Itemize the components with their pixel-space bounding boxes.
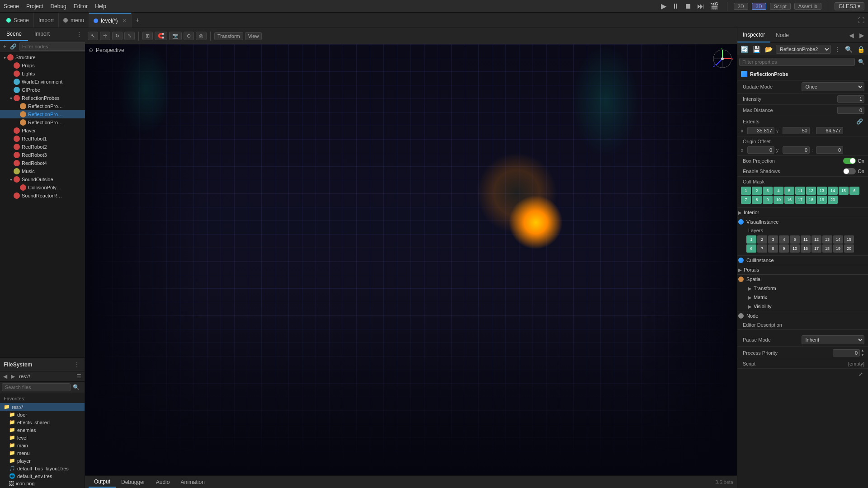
- local-button[interactable]: ⊙: [184, 32, 194, 40]
- fs-item[interactable]: 📁enemies: [0, 426, 85, 434]
- assetlib-button[interactable]: AssetLib: [794, 3, 821, 10]
- cull-cell[interactable]: 10: [774, 196, 783, 204]
- section-cull-instance[interactable]: CullInstance: [737, 256, 868, 265]
- fs-search-button[interactable]: 🔍: [71, 384, 81, 391]
- update-mode-select[interactable]: Once: [802, 82, 865, 91]
- layer-cell[interactable]: 6: [746, 244, 756, 253]
- tab-close-level[interactable]: ✕: [122, 18, 127, 24]
- movie-button[interactable]: 🎬: [708, 1, 721, 11]
- tree-action-icon[interactable]: 🔒: [77, 160, 83, 166]
- cull-cell[interactable]: 17: [795, 196, 805, 204]
- layer-cell[interactable]: 19: [833, 244, 843, 253]
- soft-button[interactable]: ◎: [196, 32, 207, 40]
- cull-cell[interactable]: 14: [828, 187, 838, 195]
- tree-action-icon[interactable]: 👁: [64, 71, 69, 77]
- max-distance-input[interactable]: [837, 107, 864, 114]
- view-button[interactable]: View: [245, 32, 262, 40]
- tree-action-icon[interactable]: 👁: [64, 185, 69, 191]
- tab-level[interactable]: level(*) ✕: [89, 13, 132, 28]
- tab-debugger[interactable]: Debugger: [116, 477, 151, 487]
- layer-cell[interactable]: 4: [779, 235, 789, 244]
- tree-item[interactable]: ReflectionProbe1👁📷🔒: [0, 102, 85, 110]
- fs-item[interactable]: 📁door: [0, 411, 85, 418]
- viewport-gizmo[interactable]: X Y Z: [712, 48, 733, 70]
- tree-action-icon[interactable]: 📷: [70, 112, 76, 117]
- search-files-input[interactable]: [2, 383, 71, 391]
- layer-cell[interactable]: 11: [801, 235, 811, 244]
- layer-cell[interactable]: 8: [768, 244, 778, 253]
- cull-cell[interactable]: 8: [752, 196, 762, 204]
- tree-action-icon[interactable]: 👁: [64, 144, 69, 150]
- box-projection-toggle[interactable]: On: [843, 158, 864, 164]
- pause-button[interactable]: ⏸: [670, 1, 681, 11]
- tab-add-button[interactable]: +: [132, 16, 143, 24]
- enable-shadows-toggle[interactable]: On: [843, 168, 864, 174]
- layer-cell[interactable]: 10: [790, 244, 800, 253]
- origin-y-input[interactable]: [783, 146, 810, 154]
- link-node-button[interactable]: 🔗: [9, 43, 18, 50]
- tree-action-icon[interactable]: 📷: [70, 95, 76, 101]
- fs-item[interactable]: 📁level: [0, 434, 85, 441]
- scale-mode-button[interactable]: ⤡: [124, 32, 135, 40]
- tree-action-icon[interactable]: 🔒: [77, 169, 83, 174]
- tree-item[interactable]: SoundReactorRoom👁📷🔒: [0, 192, 85, 200]
- cull-cell[interactable]: 5: [784, 187, 794, 195]
- snap-button[interactable]: 🧲: [155, 32, 167, 40]
- layer-cell[interactable]: 1: [746, 235, 756, 244]
- tree-action-icon[interactable]: 🔒: [77, 79, 83, 85]
- menu-help[interactable]: Help: [95, 3, 106, 9]
- move-mode-button[interactable]: ✛: [100, 32, 110, 40]
- layer-cell[interactable]: 3: [768, 235, 778, 244]
- process-priority-down[interactable]: ▼: [861, 353, 864, 357]
- box-projection-switch[interactable]: [843, 158, 856, 164]
- extents-x-input[interactable]: [747, 127, 774, 134]
- section-transform[interactable]: ▶ Transform: [737, 284, 868, 293]
- tree-action-icon[interactable]: 👁: [64, 103, 69, 109]
- tree-action-icon[interactable]: 📷: [70, 152, 76, 158]
- cull-cell[interactable]: 16: [784, 196, 794, 204]
- tab-import-panel[interactable]: Import: [28, 28, 56, 41]
- tree-action-icon[interactable]: 🔒: [77, 112, 83, 117]
- tree-action-icon[interactable]: 🔒: [77, 185, 83, 191]
- tab-menu[interactable]: menu: [59, 13, 89, 28]
- tree-action-icon[interactable]: 📷: [70, 136, 76, 142]
- cull-cell[interactable]: 12: [806, 187, 816, 195]
- menu-project[interactable]: Project: [26, 3, 43, 9]
- tab-scene-panel[interactable]: Scene: [0, 28, 28, 41]
- tree-item[interactable]: ▾ReflectionProbes👁📷🔒: [0, 94, 85, 102]
- section-interior[interactable]: ▶ Interior: [737, 208, 868, 217]
- menu-editor[interactable]: Editor: [74, 3, 88, 9]
- tree-action-icon[interactable]: 🔒: [77, 152, 83, 158]
- filter-search-button[interactable]: 🔍: [857, 58, 866, 66]
- tree-action-icon[interactable]: 📷: [70, 55, 76, 61]
- tree-item[interactable]: ▾Structure👁📷🔒: [0, 53, 85, 61]
- layer-cell[interactable]: 13: [822, 235, 832, 244]
- mode-3d-button[interactable]: 3D: [752, 3, 766, 10]
- origin-z-input[interactable]: [816, 146, 843, 154]
- fs-item[interactable]: 📁player: [0, 457, 85, 465]
- cull-cell[interactable]: 18: [806, 196, 816, 204]
- tree-action-icon[interactable]: 📷: [70, 185, 76, 191]
- cull-cell[interactable]: 19: [817, 196, 827, 204]
- tree-action-icon[interactable]: 👁: [64, 87, 69, 93]
- tree-action-icon[interactable]: 🔒: [77, 144, 83, 150]
- tree-action-icon[interactable]: 📷: [70, 160, 76, 166]
- section-visual-instance[interactable]: VisualInstance: [737, 217, 868, 226]
- fs-layout-button[interactable]: ☰: [75, 373, 83, 380]
- fs-forward-button[interactable]: ▶: [9, 373, 16, 380]
- tree-action-icon[interactable]: 👁: [64, 128, 69, 134]
- tree-action-icon[interactable]: 📷: [70, 144, 76, 150]
- tree-item[interactable]: RedRobot2👁📷🔒: [0, 143, 85, 151]
- tree-item[interactable]: ReflectionProbe2👁📷🔒: [0, 110, 85, 118]
- cull-cell[interactable]: 15: [839, 187, 849, 195]
- inspector-history-forward[interactable]: ▶: [858, 31, 866, 40]
- fs-item[interactable]: 📁effects_shared: [0, 418, 85, 426]
- filter-nodes-input[interactable]: [19, 42, 88, 51]
- tree-action-icon[interactable]: 📷: [70, 63, 76, 69]
- fs-item[interactable]: 🎵default_bus_layout.tres: [0, 465, 85, 472]
- fs-item[interactable]: 📁menu: [0, 449, 85, 457]
- tree-action-icon[interactable]: 📷: [70, 128, 76, 134]
- cull-cell[interactable]: 3: [763, 187, 773, 195]
- inspector-icon-history[interactable]: 🔄: [739, 45, 750, 53]
- node-name-select[interactable]: ReflectionProbe2: [776, 45, 831, 54]
